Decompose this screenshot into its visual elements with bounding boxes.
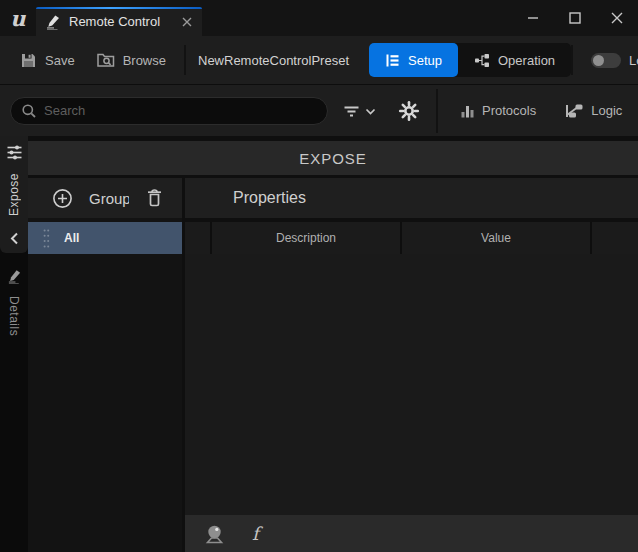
log-toggle[interactable] [591, 53, 621, 68]
search-icon [21, 103, 37, 119]
search-toolbar: Protocols Logic [0, 84, 638, 136]
minimize-icon[interactable] [512, 0, 554, 36]
properties-body [185, 254, 638, 515]
log-toggle-group: Log [571, 45, 638, 75]
group-row-all[interactable]: All [28, 222, 182, 254]
properties-column-headers: Description Value [185, 222, 638, 254]
chevron-down-icon [365, 103, 376, 119]
close-icon[interactable] [182, 17, 192, 27]
properties-bottom-bar: f [185, 515, 638, 552]
unreal-logo: u [0, 0, 36, 36]
setup-label: Setup [408, 53, 442, 68]
group-list: All [28, 218, 182, 552]
setup-button[interactable]: Setup [369, 43, 458, 77]
operation-nodes-icon [474, 53, 490, 68]
save-button[interactable]: Save [20, 52, 75, 69]
left-tab-strip: Expose Details [0, 136, 28, 552]
function-icon[interactable]: f [252, 525, 259, 543]
logic-label: Logic [591, 103, 622, 118]
tab-label: Remote Control [69, 14, 160, 29]
plus-circle-icon[interactable] [52, 188, 73, 209]
group-row-label: All [64, 231, 79, 245]
group-panel: Group [28, 178, 182, 552]
sliders-icon [6, 144, 23, 161]
trash-icon[interactable] [145, 188, 164, 208]
setup-list-icon [385, 53, 400, 68]
preset-name[interactable]: NewRemoteControlPreset [198, 53, 349, 68]
maximize-icon[interactable] [554, 0, 596, 36]
search-box[interactable] [10, 97, 328, 125]
titlebar: u Remote Control [0, 0, 638, 36]
chevron-left-icon[interactable] [0, 226, 28, 249]
column-spacer-end [590, 222, 638, 254]
properties-panel: Properties Description Value [185, 178, 638, 552]
protocols-bars-icon [460, 103, 475, 119]
browse-label: Browse [123, 53, 166, 68]
tab-expose[interactable]: Expose [0, 136, 28, 253]
gear-icon [398, 100, 420, 122]
filter-button[interactable] [342, 103, 376, 119]
group-panel-header: Group [28, 178, 182, 218]
settings-button[interactable] [398, 100, 420, 122]
toolbar-divider [184, 45, 186, 75]
grip-dots-icon[interactable] [43, 228, 50, 249]
toolbar-divider-2 [571, 45, 573, 75]
browse-button[interactable]: Browse [97, 52, 166, 68]
operation-label: Operation [498, 53, 555, 68]
section-title: EXPOSE [28, 141, 638, 175]
save-icon [20, 52, 37, 69]
pen-icon [45, 14, 61, 30]
tab-details[interactable]: Details [7, 269, 22, 336]
window-controls [512, 0, 638, 36]
expose-section: EXPOSE Group [28, 136, 638, 552]
search-row-divider [436, 89, 438, 133]
protocols-label: Protocols [482, 103, 536, 118]
column-value[interactable]: Value [400, 222, 590, 254]
browse-icon [97, 52, 115, 68]
search-input[interactable] [44, 103, 317, 118]
operation-button[interactable]: Operation [458, 43, 571, 77]
details-tab-label: Details [7, 296, 21, 336]
main-area: Expose Details EXPOSE [0, 136, 638, 552]
close-window-icon[interactable] [596, 0, 638, 36]
protocols-button[interactable]: Protocols [460, 103, 536, 119]
actor-camera-icon[interactable] [203, 523, 226, 544]
save-label: Save [45, 53, 75, 68]
tab-remote-control[interactable]: Remote Control [36, 7, 202, 36]
logic-nodes-icon [564, 103, 584, 119]
mode-segmented-control: Setup Operation [369, 43, 571, 77]
toolbar: Save Browse NewRemoteControlPreset Setup [0, 36, 638, 84]
log-label: Log [629, 53, 638, 68]
group-header-label: Group [89, 190, 129, 207]
column-description[interactable]: Description [210, 222, 400, 254]
properties-panel-header: Properties [185, 178, 638, 218]
filter-icon [342, 103, 361, 119]
logic-button[interactable]: Logic [564, 103, 622, 119]
column-spacer [185, 222, 210, 254]
pen-icon-details [7, 269, 22, 284]
properties-header-label: Properties [233, 189, 306, 207]
expose-tab-label: Expose [7, 173, 21, 216]
